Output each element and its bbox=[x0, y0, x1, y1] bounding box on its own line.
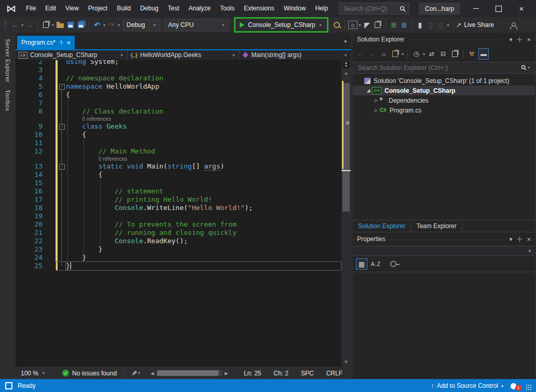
solution-home-icon[interactable]: ⌂ bbox=[348, 19, 358, 31]
tab-program-cs[interactable]: Program.cs* ⛌ × bbox=[17, 36, 75, 49]
solution-explorer-header[interactable]: Solution Explorer ▾ ⛌ × bbox=[353, 33, 535, 46]
scroll-down-icon[interactable]: ▼ bbox=[341, 359, 351, 365]
navigate-back-icon[interactable]: ← bbox=[10, 19, 20, 31]
menu-tools[interactable]: Tools bbox=[215, 0, 239, 17]
close-button[interactable]: × bbox=[510, 0, 533, 17]
line-ending-indicator[interactable]: CRLF bbox=[326, 370, 342, 377]
run-target-dropdown-icon[interactable]: ▾ bbox=[319, 23, 321, 27]
zoom-dropdown[interactable]: 100 %▾ bbox=[16, 370, 50, 377]
categorized-view-icon[interactable]: ▦ bbox=[356, 258, 367, 270]
home-icon[interactable]: ⌂ bbox=[379, 49, 388, 59]
new-project-icon[interactable] bbox=[40, 19, 51, 31]
tree-item-solution-console-setup-csharp-1-of-1-project[interactable]: Solution 'Console_Setup_CSharp' (1 of 1 … bbox=[353, 76, 535, 86]
line-indicator[interactable]: Ln: 25 bbox=[244, 370, 261, 377]
copy-pages-icon[interactable] bbox=[450, 49, 459, 59]
solution-search-box[interactable]: ▾ bbox=[353, 62, 535, 74]
collapse-all-icon[interactable]: ⊟ bbox=[438, 49, 448, 59]
code-line-19[interactable]: 19 bbox=[16, 212, 341, 220]
scroll-right-icon[interactable]: ▶ bbox=[225, 371, 228, 376]
code-line-15[interactable]: 15 bbox=[16, 179, 341, 187]
copy-item-icon[interactable] bbox=[373, 19, 383, 31]
next-bookmark-icon[interactable]: ▯ bbox=[436, 19, 446, 31]
collapsed-icon[interactable]: ▷ bbox=[373, 108, 380, 113]
scroll-up-icon[interactable]: ▲ bbox=[341, 71, 351, 76]
toolbar-grip[interactable] bbox=[4, 20, 7, 30]
menu-help[interactable]: Help bbox=[310, 0, 333, 17]
collapse-region-icon[interactable]: - bbox=[59, 84, 65, 90]
alphabetical-sort-icon[interactable]: A↓Z bbox=[370, 259, 381, 269]
selected-object-dropdown[interactable]: ▾ bbox=[353, 246, 535, 256]
undo-dropdown-icon[interactable]: ▾ bbox=[103, 23, 105, 27]
window-position-dropdown-icon[interactable]: ▾ bbox=[510, 36, 513, 43]
minimize-button[interactable] bbox=[464, 0, 487, 17]
quick-search-box[interactable] bbox=[339, 3, 409, 15]
save-all-icon[interactable] bbox=[76, 19, 86, 31]
resize-grip[interactable] bbox=[526, 384, 532, 390]
code-line-9[interactable]: 9- class Geeks bbox=[16, 122, 341, 131]
search-options-dropdown-icon[interactable]: ▾ bbox=[528, 65, 530, 70]
tree-item-dependencies[interactable]: ▷Dependencies bbox=[353, 95, 535, 105]
code-cleanup-dropdown-icon[interactable]: ▾ bbox=[138, 371, 140, 375]
project-dropdown[interactable]: C# Console_Setup_CSharp ▾ bbox=[16, 50, 128, 60]
menu-view[interactable]: View bbox=[61, 0, 84, 17]
menu-project[interactable]: Project bbox=[84, 0, 112, 17]
properties-header[interactable]: Properties ▾ ⛌ × bbox=[353, 232, 535, 246]
undo-icon[interactable]: ↶ bbox=[92, 19, 102, 31]
collapse-region-icon[interactable]: - bbox=[59, 164, 65, 170]
sign-in-user-icon[interactable] bbox=[508, 19, 519, 31]
pin-icon[interactable]: ⛌ bbox=[58, 39, 65, 46]
open-file-icon[interactable] bbox=[55, 19, 65, 31]
redo-dropdown-icon[interactable]: ▾ bbox=[118, 23, 120, 27]
collapsed-icon[interactable]: ▷ bbox=[373, 98, 380, 103]
vertical-scrollbar[interactable]: ▲▼ ▲ ▼ bbox=[341, 60, 351, 367]
uncomment-lines-icon[interactable]: ≣ bbox=[399, 19, 409, 31]
solution-search-input[interactable] bbox=[357, 64, 521, 72]
search-icon[interactable] bbox=[400, 6, 406, 12]
menu-file[interactable]: File bbox=[21, 0, 40, 17]
code-cleanup-icon[interactable] bbox=[132, 371, 137, 376]
menu-window[interactable]: Window bbox=[279, 0, 311, 17]
code-line-14[interactable]: 14 { bbox=[16, 171, 341, 179]
solution-platforms-dropdown[interactable]: Any CPU▾ bbox=[164, 19, 229, 31]
maximize-button[interactable] bbox=[487, 0, 510, 17]
search-input[interactable] bbox=[342, 5, 400, 13]
solution-home-dropdown-icon[interactable]: ▾ bbox=[359, 23, 361, 27]
hscroll-track[interactable] bbox=[156, 370, 223, 376]
property-pages-icon[interactable] bbox=[388, 259, 398, 269]
spaces-indicator[interactable]: SPC bbox=[301, 370, 314, 377]
close-icon[interactable]: × bbox=[527, 36, 531, 44]
switch-views-dropdown-icon[interactable]: ▾ bbox=[402, 52, 404, 57]
menu-extensions[interactable]: Extensions bbox=[239, 0, 279, 17]
tool-tab-toolbox[interactable]: Toolbox bbox=[5, 90, 11, 111]
code-line-7[interactable]: 7 bbox=[16, 99, 341, 107]
add-to-source-control-button[interactable]: Add to Source Control bbox=[437, 382, 498, 389]
properties-wrench-icon[interactable]: ⚒ bbox=[467, 49, 476, 59]
hscroll-thumb[interactable] bbox=[157, 370, 218, 376]
code-line-6[interactable]: 6{ bbox=[16, 91, 341, 99]
bookmark-dropdown-icon[interactable]: ▾ bbox=[447, 23, 449, 27]
search-icon[interactable] bbox=[521, 65, 527, 71]
menu-analyze[interactable]: Analyze bbox=[184, 0, 215, 17]
filter-dropdown-icon[interactable]: ▾ bbox=[423, 52, 425, 57]
sync-with-active-document-icon[interactable]: ⇄ bbox=[427, 49, 436, 59]
code-line-3[interactable]: 3 bbox=[16, 66, 341, 74]
code-line-23[interactable]: 23 } bbox=[16, 245, 341, 254]
pending-changes-filter-icon[interactable]: ◷ bbox=[411, 49, 421, 59]
code-line-4[interactable]: 4// namespace declaration bbox=[16, 74, 341, 82]
health-check-icon[interactable]: ✓ bbox=[62, 370, 69, 376]
show-all-files-icon[interactable]: ▬ bbox=[478, 48, 489, 60]
navigate-back-dropdown-icon[interactable]: ▾ bbox=[21, 23, 23, 27]
code-line-13[interactable]: 13- static void Main(string[] args) bbox=[16, 162, 341, 171]
tree-item-program-cs[interactable]: ▷Program.cs bbox=[353, 105, 535, 115]
live-share-label[interactable]: Live Share bbox=[464, 21, 493, 29]
tab-list-dropdown-icon[interactable]: ▾ bbox=[344, 39, 347, 44]
member-dropdown[interactable]: Main(string[] args) ▾ bbox=[239, 50, 351, 60]
expanded-icon[interactable]: ◢ bbox=[365, 88, 372, 93]
tree-item-console-setup-csharp[interactable]: ◢Console_Setup_CSharp bbox=[353, 86, 535, 95]
switch-views-icon[interactable] bbox=[390, 49, 400, 59]
forward-icon[interactable]: → bbox=[367, 49, 377, 59]
comment-lines-icon[interactable]: ≣ bbox=[389, 19, 399, 31]
back-icon[interactable]: ← bbox=[356, 49, 365, 59]
scroll-left-icon[interactable]: ◀ bbox=[150, 371, 154, 376]
panel-tab-solution-explorer[interactable]: Solution Explorer bbox=[353, 221, 411, 232]
